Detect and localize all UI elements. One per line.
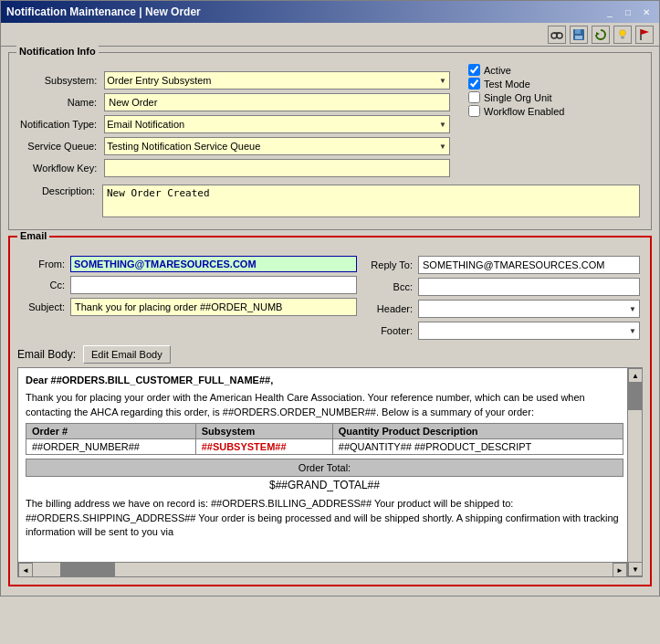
- email-body-content: Dear ##ORDERS.BILL_CUSTOMER_FULL_NAME##,…: [18, 368, 642, 576]
- cell-order-number: ##ORDER_NUMBER##: [26, 439, 196, 455]
- svg-marker-11: [641, 29, 649, 35]
- header-label: Header:: [365, 298, 415, 320]
- email-greeting: Dear ##ORDERS.BILL_CUSTOMER_FULL_NAME##,: [26, 374, 623, 387]
- svg-point-0: [551, 33, 557, 38]
- email-para2: The billing address we have on record is…: [26, 497, 623, 539]
- scroll-right-button[interactable]: ►: [613, 563, 627, 577]
- close-icon[interactable]: ✕: [639, 5, 654, 19]
- header-dropdown[interactable]: [418, 300, 640, 318]
- workflow-enabled-label: Workflow Enabled: [484, 106, 564, 117]
- grand-total-value: $##GRAND_TOTAL##: [26, 477, 623, 493]
- test-mode-label: Test Mode: [484, 79, 530, 90]
- test-mode-checkbox-item[interactable]: Test Mode: [468, 78, 644, 90]
- col-order-num: Order #: [26, 424, 196, 439]
- notification-info-group: Notification Info Subsystem: Order Entry…: [8, 52, 652, 230]
- name-field-cell: [100, 91, 454, 113]
- workflow-enabled-checkbox[interactable]: [468, 105, 480, 117]
- subject-input[interactable]: [70, 298, 357, 316]
- flag-button[interactable]: [635, 26, 654, 44]
- svg-point-1: [557, 33, 562, 38]
- email-body-inner: Dear ##ORDERS.BILL_CUSTOMER_FULL_NAME##,…: [18, 368, 642, 576]
- bcc-input[interactable]: [418, 278, 640, 296]
- from-input[interactable]: [70, 256, 357, 272]
- subsystem-field-cell: Order Entry Subsystem: [100, 69, 454, 91]
- service-queue-dropdown[interactable]: Testing Notification Service Queue: [104, 137, 450, 155]
- order-total-label: Order Total:: [26, 459, 623, 477]
- email-table-data-row: ##ORDER_NUMBER## ##SUBSYSTEM## ##QUANTIT…: [26, 439, 623, 455]
- main-content: Notification Info Subsystem: Order Entry…: [1, 47, 659, 596]
- description-row: Description: New Order Created: [16, 183, 644, 222]
- footer-dropdown-wrapper: [418, 322, 640, 340]
- maximize-icon[interactable]: □: [621, 5, 635, 19]
- footer-field-cell: [415, 320, 643, 342]
- description-table: Description: New Order Created: [16, 183, 644, 222]
- notification-info-title: Notification Info: [16, 46, 99, 57]
- workflow-key-input[interactable]: [104, 159, 450, 177]
- minimize-icon[interactable]: _: [602, 5, 617, 19]
- col-qty-product: Quantity Product Description: [332, 424, 623, 439]
- cell-subsystem: ##SUBSYSTEM##: [195, 439, 332, 455]
- notification-type-dropdown-wrapper: Email Notification: [104, 115, 450, 133]
- checkboxes-panel: Active Test Mode Single Org Unit Wo: [461, 64, 644, 179]
- svg-rect-4: [575, 29, 581, 34]
- header-dropdown-wrapper: [418, 300, 640, 318]
- scroll-left-button[interactable]: ◄: [18, 563, 33, 577]
- notification-type-dropdown[interactable]: Email Notification: [104, 115, 450, 133]
- single-org-checkbox[interactable]: [468, 91, 480, 103]
- email-group: Email From: Cc:: [8, 236, 652, 586]
- order-total-section: Order Total: $##GRAND_TOTAL##: [26, 459, 623, 493]
- description-textarea[interactable]: New Order Created: [102, 185, 640, 217]
- title-bar-icons: _ □ ✕: [602, 5, 654, 19]
- edit-email-body-button[interactable]: Edit Email Body: [83, 345, 171, 364]
- service-queue-row: Service Queue: Testing Notification Serv…: [16, 135, 454, 157]
- cell-qty-product: ##QUANTITY## ##PRODUCT_DESCRIPT: [332, 439, 623, 455]
- reply-to-input[interactable]: [418, 256, 640, 274]
- toolbar: [1, 23, 659, 47]
- save-button[interactable]: [570, 26, 588, 44]
- svg-point-7: [620, 29, 626, 36]
- binoculars-button[interactable]: [548, 26, 566, 44]
- cc-input[interactable]: [70, 276, 357, 294]
- horizontal-scrollbar[interactable]: ◄ ►: [18, 562, 627, 576]
- scroll-thumb-vertical[interactable]: [628, 383, 642, 410]
- cc-label: Cc:: [17, 274, 68, 296]
- scroll-thumb-horizontal[interactable]: [60, 563, 115, 576]
- email-form-area: From: Cc: Subject:: [17, 248, 643, 342]
- email-body-container: Dear ##ORDERS.BILL_CUSTOMER_FULL_NAME##,…: [17, 367, 643, 577]
- header-field-cell: [415, 298, 643, 320]
- name-label: Name:: [16, 91, 100, 113]
- bcc-row: Bcc:: [365, 276, 643, 298]
- cc-row: Cc:: [17, 274, 360, 296]
- service-queue-dropdown-wrapper: Testing Notification Service Queue: [104, 137, 450, 155]
- subject-field-cell: [68, 296, 360, 318]
- refresh-button[interactable]: [592, 26, 610, 44]
- active-checkbox[interactable]: [468, 64, 480, 76]
- subsystem-dropdown[interactable]: Order Entry Subsystem: [104, 71, 450, 90]
- workflow-enabled-checkbox-item[interactable]: Workflow Enabled: [468, 105, 644, 117]
- single-org-checkbox-item[interactable]: Single Org Unit: [468, 91, 644, 103]
- vertical-scrollbar[interactable]: ▲ ▼: [627, 368, 642, 576]
- svg-marker-6: [596, 32, 600, 36]
- email-body-label: Email Body:: [17, 348, 76, 361]
- from-row: From:: [17, 254, 360, 274]
- notification-type-row: Notification Type: Email Notification: [16, 113, 454, 135]
- subject-label: Subject:: [17, 296, 68, 318]
- active-checkbox-item[interactable]: Active: [468, 64, 644, 76]
- email-table-header-row: Order # Subsystem Quantity Product Descr…: [26, 424, 623, 439]
- scroll-up-button[interactable]: ▲: [628, 368, 643, 383]
- name-input[interactable]: [104, 93, 450, 111]
- scroll-down-button[interactable]: ▼: [628, 562, 643, 576]
- test-mode-checkbox[interactable]: [468, 78, 480, 90]
- workflow-key-label: Workflow Key:: [16, 157, 100, 179]
- email-group-title: Email: [17, 230, 49, 241]
- bulb-button[interactable]: [613, 26, 632, 44]
- footer-dropdown[interactable]: [418, 322, 640, 340]
- single-org-label: Single Org Unit: [484, 92, 552, 103]
- email-para1: Thank you for placing your order with th…: [26, 391, 623, 419]
- subsystem-row: Subsystem: Order Entry Subsystem: [16, 69, 454, 91]
- col-subsystem: Subsystem: [195, 424, 332, 439]
- service-queue-label: Service Queue:: [16, 135, 100, 157]
- main-window: Notification Maintenance | New Order _ □…: [0, 0, 660, 596]
- email-left-table: From: Cc: Subject:: [17, 254, 360, 318]
- subsystem-label: Subsystem:: [16, 69, 100, 91]
